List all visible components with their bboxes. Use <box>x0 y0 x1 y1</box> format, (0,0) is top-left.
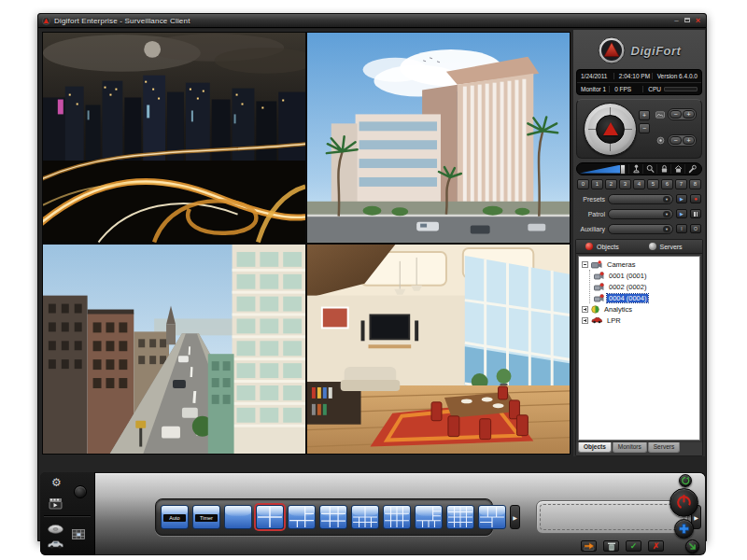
layout-4x3-button[interactable] <box>383 505 411 529</box>
preset-number-0[interactable]: 0 <box>577 179 589 189</box>
objects-tab[interactable]: Objects <box>576 243 640 250</box>
layout-1plus7-button[interactable] <box>351 505 379 529</box>
preset-number-2[interactable]: 2 <box>605 179 617 189</box>
preset-record-button[interactable]: ● <box>690 194 701 203</box>
tree-item-camera-0002[interactable]: 0002 (0002) <box>594 281 699 292</box>
auxiliary-on-button[interactable]: I <box>676 224 687 233</box>
preset-number-5[interactable]: 5 <box>647 179 659 189</box>
presets-dropdown[interactable]: ▼ <box>608 194 673 204</box>
lpr-car-icon <box>591 316 602 324</box>
camera-tile-interior[interactable] <box>307 245 570 455</box>
layout-big-plus-small-button[interactable] <box>415 505 443 529</box>
tree-item-camera-0004[interactable]: 0004 (0004) <box>594 292 699 303</box>
camera-image-office-building <box>307 33 570 243</box>
objects-tab-label: Objects <box>597 244 619 250</box>
zoom-tool-button[interactable] <box>642 164 656 174</box>
camera-tile-night-city[interactable] <box>43 33 305 243</box>
lock-button[interactable] <box>656 164 670 174</box>
ptz-joystick[interactable] <box>584 103 637 156</box>
camera-tile-office-building[interactable] <box>307 33 570 243</box>
layout-2x2-button[interactable] <box>256 505 284 529</box>
auto-label: Auto <box>163 514 186 522</box>
preset-number-4[interactable]: 4 <box>633 179 645 189</box>
home-button[interactable] <box>670 164 684 174</box>
cpu-usage-bar <box>664 87 698 91</box>
ptz-tilt-minus-button[interactable]: − <box>639 123 650 133</box>
servers-tab-label: Servers <box>660 244 683 250</box>
camera-tile-street-view[interactable] <box>43 245 305 455</box>
ptz-arrow-icon <box>603 122 618 135</box>
minimize-button[interactable]: – <box>674 17 678 24</box>
preset-go-button[interactable]: ▶ <box>676 194 687 203</box>
apply-button[interactable]: ✓ <box>626 540 641 552</box>
preset-number-1[interactable]: 1 <box>591 179 603 189</box>
tree-item-cameras[interactable]: Cameras <box>582 259 699 270</box>
speed-slider-handle[interactable] <box>620 164 626 175</box>
timer-mode-button[interactable]: Timer <box>192 505 220 529</box>
layout-1x1-button[interactable] <box>224 505 252 529</box>
ptz-panel: + − − + − <box>576 99 702 159</box>
expand-icon[interactable] <box>582 306 588 313</box>
collapse-icon[interactable] <box>582 261 588 268</box>
settings-gear-icon[interactable]: ⚙ <box>51 476 62 489</box>
window-title: Digifort Enterprise - Surveillance Clien… <box>54 17 670 25</box>
patrol-dropdown[interactable]: ▼ <box>608 209 673 219</box>
delete-sequence-button[interactable] <box>603 540 619 552</box>
camera-icon <box>594 272 604 280</box>
layout-4x4-button[interactable] <box>446 505 474 529</box>
auto-mode-button[interactable]: Auto <box>161 505 189 529</box>
auxiliary-dropdown-arrow-icon[interactable]: ▼ <box>663 226 670 232</box>
power-button[interactable] <box>669 488 698 517</box>
zoom-out-button[interactable]: − <box>669 110 682 119</box>
status-orb[interactable] <box>74 485 87 498</box>
ptz-tilt-plus-button[interactable]: + <box>639 110 650 120</box>
patrol-start-button[interactable]: ▶ <box>676 209 687 218</box>
focus-plus-button[interactable]: + <box>683 136 695 145</box>
patrol-pause-button[interactable] <box>690 209 701 218</box>
close-button[interactable]: × <box>696 17 700 24</box>
auxiliary-dropdown[interactable]: ▼ <box>608 224 673 234</box>
objects-panel: Objects Servers Cameras <box>575 239 703 456</box>
presets-dropdown-arrow-icon[interactable]: ▼ <box>663 196 670 203</box>
media-player-icon[interactable] <box>49 497 63 513</box>
tree-label-analytics: Analytics <box>602 305 634 314</box>
layout-mixed-button[interactable] <box>478 505 506 529</box>
refresh-button[interactable] <box>679 474 692 487</box>
wrench-button[interactable] <box>684 164 698 174</box>
camera-icon <box>594 294 604 302</box>
bottom-tab-servers[interactable]: Servers <box>648 442 680 453</box>
patrol-dropdown-arrow-icon[interactable]: ▼ <box>663 211 670 217</box>
layout-scroll-right-button[interactable]: ▶ <box>510 505 520 529</box>
restore-button[interactable] <box>684 17 690 24</box>
add-button[interactable] <box>674 519 694 539</box>
preset-number-7[interactable]: 7 <box>675 179 687 189</box>
expand-icon[interactable] <box>582 317 588 324</box>
preset-number-6[interactable]: 6 <box>661 179 673 189</box>
ptz-hub[interactable] <box>596 115 625 144</box>
preset-number-3[interactable]: 3 <box>619 179 631 189</box>
tree-item-lpr[interactable]: LPR <box>582 315 699 326</box>
joystick-mode-button[interactable] <box>628 164 642 174</box>
tree-label-camera-0002: 0002 (0002) <box>607 283 648 291</box>
toolbar-main-panel: Auto Timer <box>95 473 705 554</box>
object-tree: Cameras 0001 (0001) <box>578 256 700 441</box>
auxiliary-label: Auxiliary <box>577 226 605 232</box>
tree-item-analytics[interactable]: Analytics <box>582 303 699 315</box>
status-fps: 0 FPS <box>609 86 642 92</box>
speed-slider[interactable] <box>580 164 628 175</box>
auxiliary-off-button[interactable]: O <box>690 224 701 233</box>
preset-number-8[interactable]: 8 <box>689 179 701 189</box>
bottom-tab-monitors[interactable]: Monitors <box>613 442 647 453</box>
lpr-toolbar-car-icon[interactable] <box>47 536 64 553</box>
layout-3x3-button[interactable] <box>319 505 347 529</box>
send-to-monitor-button[interactable] <box>685 539 699 553</box>
title-bar[interactable]: Digifort Enterprise - Surveillance Clien… <box>38 14 706 28</box>
tree-item-camera-0001[interactable]: 0001 (0001) <box>594 270 699 281</box>
focus-minus-button[interactable]: − <box>669 136 682 145</box>
matrix-grid-icon[interactable] <box>72 526 85 543</box>
add-to-sequence-button[interactable] <box>581 540 597 552</box>
servers-tab[interactable]: Servers <box>640 243 703 250</box>
bottom-tab-objects[interactable]: Objects <box>578 442 612 453</box>
layout-1plus5-button[interactable] <box>288 505 316 529</box>
zoom-in-button[interactable]: + <box>683 110 695 119</box>
